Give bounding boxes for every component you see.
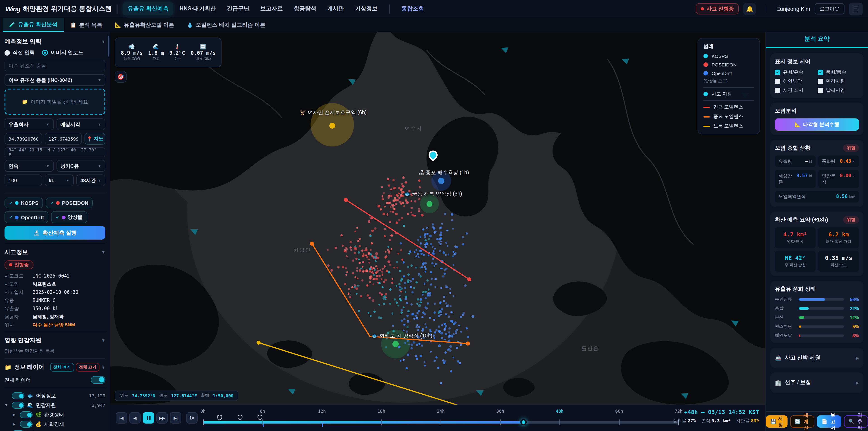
all-layers-on-button[interactable]: 전체 켜기 <box>50 363 74 372</box>
checkbox-shore-attach[interactable]: 해안부착 <box>775 78 816 85</box>
user-name: Eunjeong Kim <box>776 6 810 12</box>
nav-emergency-rescue[interactable]: 긴급구난 <box>222 2 254 16</box>
report-button[interactable]: 📄보고서 <box>817 415 841 428</box>
checkbox-datetime[interactable]: 날짜시간 <box>818 87 859 94</box>
stat-sea-remaining: 해상잔존9.57kl <box>775 170 815 188</box>
tick-label-0h: 0h <box>200 409 206 413</box>
marker-label-laver-farm: 🐟 화태도 김 양식장 (10h) <box>372 333 432 339</box>
chevron-down-icon[interactable] <box>101 338 105 343</box>
nav-integrated-search[interactable]: 통합조회 <box>397 2 429 16</box>
layer-row-sensitive: 🌊 민감자원 3,947 <box>4 401 105 410</box>
latitude-input[interactable] <box>4 133 42 145</box>
pick-on-map-button[interactable]: 📍 지도 <box>85 133 105 145</box>
notification-bell-button[interactable]: 🔔 <box>743 2 756 15</box>
checkbox-current-dir[interactable]: 유향/유속 <box>775 69 816 75</box>
owner-insurance-fold[interactable]: 🏢 선주 / 보험 <box>770 372 864 393</box>
unit-select[interactable]: kL <box>44 175 73 186</box>
tab-analysis-list[interactable]: 📋 분석 목록 <box>64 18 108 32</box>
model-toggle-kosps[interactable]: KOSPS <box>4 197 43 208</box>
spill-company-select[interactable]: 유출회사 <box>4 118 54 130</box>
ruler-icon: 📐 <box>795 122 801 127</box>
wave-icon: 🌊 <box>148 44 164 50</box>
all-layers-off-button[interactable]: 전체 끄기 <box>76 363 99 372</box>
field-label: 사고명 <box>4 281 33 287</box>
radio-image-upload[interactable]: 이미지 업로드 <box>42 49 83 56</box>
model-toggle-poseidon[interactable]: POSEIDON <box>46 197 93 208</box>
model-toggle-ensemble[interactable]: 앙상블 <box>51 211 87 223</box>
tab-spill-analysis[interactable]: 🧪 유출유 확산분석 <box>3 18 64 32</box>
fast-forward-button[interactable]: ▶▶ <box>156 412 168 424</box>
chevron-down-icon[interactable] <box>4 403 9 407</box>
recalculate-button[interactable]: 🔄재계산 <box>790 415 814 428</box>
skip-to-start-button[interactable]: |◀ <box>116 412 127 424</box>
longitude-input[interactable] <box>44 133 82 145</box>
top-header: Wing 해양환경 위기대응 통합시스템 유출유 확산예측 HNS·대기확산 긴… <box>0 0 868 18</box>
company-time-row: 유출회사 예상시각 <box>4 118 105 133</box>
bell-icon: 🔔 <box>746 5 753 12</box>
ship-spec-fold[interactable]: 🚢 사고 선박 제원 <box>770 348 864 368</box>
timeline-thumb[interactable] <box>520 419 527 425</box>
layer-toggle[interactable] <box>12 402 24 409</box>
skip-to-end-button[interactable]: ▶| <box>170 412 181 424</box>
run-forecast-button[interactable]: 🔬 확산예측 실행 <box>4 226 105 240</box>
map-canvas[interactable]: 여수시 화양면 돌산읍 🦅 여자만 습지보호구역 (6h) 🏖 종포 해수욕장 … <box>110 32 765 405</box>
checkbox-time-display[interactable]: 시간 표시 <box>775 87 816 94</box>
radio-direct-input[interactable]: 직접 입력 <box>4 49 35 56</box>
incident-search-input[interactable] <box>4 60 105 71</box>
hamburger-menu-button[interactable]: ☰ <box>849 2 863 15</box>
divider <box>389 4 390 13</box>
timeline-track-zone[interactable]: 0h 6h 12h 18h 24h 36h 48h 60h 72h <box>203 405 679 431</box>
chevron-down-icon <box>46 122 50 126</box>
tab-boom-algorithm-theory[interactable]: 💧 오일펜스 배치 알고리즘 이론 <box>180 18 272 32</box>
nav-weather-info[interactable]: 기상정보 <box>350 2 382 16</box>
chevron-right-icon <box>856 356 859 360</box>
chevron-down-icon[interactable] <box>101 250 105 254</box>
spill-type-select[interactable]: 연속 <box>4 160 54 172</box>
chevron-down-icon[interactable] <box>101 39 105 44</box>
legend-urgent-fence: 긴급 오일펜스 <box>704 104 754 110</box>
polygon-analysis-button[interactable]: 📐 다각형 분석수행 <box>775 118 859 131</box>
nav-oil-spill-forecast[interactable]: 유출유 확산예측 <box>123 2 173 16</box>
layer-toggle[interactable] <box>20 421 33 428</box>
layer-toggle[interactable] <box>20 411 33 418</box>
pause-button[interactable] <box>143 412 154 424</box>
nav-reports[interactable]: 보고자료 <box>256 2 287 16</box>
checkbox-wind-dir[interactable]: 풍향/풍속 <box>818 69 859 75</box>
divider <box>4 244 105 244</box>
info-layers-title: 📁 정보 레이어 <box>4 364 44 371</box>
model-toggle-opendrift[interactable]: OpenDrift <box>4 211 49 223</box>
all-layers-toggle[interactable] <box>91 376 105 384</box>
nav-board[interactable]: 게시판 <box>322 2 348 16</box>
chevron-right-icon[interactable] <box>13 413 17 417</box>
image-upload-dropzone[interactable]: 📁 이미지 파일을 선택하세요 <box>4 89 105 115</box>
checkbox-icon <box>775 88 780 93</box>
backtrace-button[interactable]: 🔍역추적 <box>844 415 868 428</box>
tab-model-theory[interactable]: 📐 유출유확산모델 이론 <box>108 18 180 32</box>
checkbox-sensitive-resources[interactable]: 민감자원 <box>818 78 859 85</box>
nav-hns-diffusion[interactable]: HNS·대기확산 <box>175 2 220 16</box>
playback-speed-button[interactable]: 1× <box>186 412 197 424</box>
save-button[interactable]: 💾저장 <box>766 415 787 428</box>
recenter-target-button[interactable]: 🎯 <box>115 71 127 83</box>
sidebar-scrollbar[interactable] <box>107 36 110 57</box>
duration-select[interactable]: 48시간 <box>76 175 105 186</box>
step-back-button[interactable]: ◀ <box>129 412 141 424</box>
layer-toggle[interactable] <box>12 393 24 399</box>
logout-button[interactable]: 로그아웃 <box>815 3 844 14</box>
laver-farm-marker-dot[interactable] <box>393 341 399 347</box>
expected-time-select[interactable]: 예상시각 <box>56 118 105 130</box>
layer-row-socioeconomic: 💰 사회경제 <box>4 420 105 429</box>
nav-aerial-search[interactable]: 항공탐색 <box>289 2 321 16</box>
chevron-down-icon[interactable] <box>101 365 105 370</box>
incident-select[interactable]: 여수 유조선 충돌 (INC-0042) <box>4 74 105 86</box>
amount-input[interactable] <box>4 175 42 186</box>
abalone-farm-marker-dot[interactable] <box>427 201 432 207</box>
incident-field-row: 유출량350.00 kl <box>4 306 105 311</box>
wetland-marker-dot[interactable] <box>329 123 335 129</box>
chevron-right-icon[interactable] <box>13 423 17 427</box>
timeline-progress-fill <box>203 421 524 424</box>
beach-marker-dot[interactable] <box>438 178 444 184</box>
oil-type-select[interactable]: 벙커C유 <box>56 160 105 172</box>
model-label: POSEIDON <box>62 200 88 206</box>
tab-label: 유출유확산모델 이론 <box>124 21 174 29</box>
